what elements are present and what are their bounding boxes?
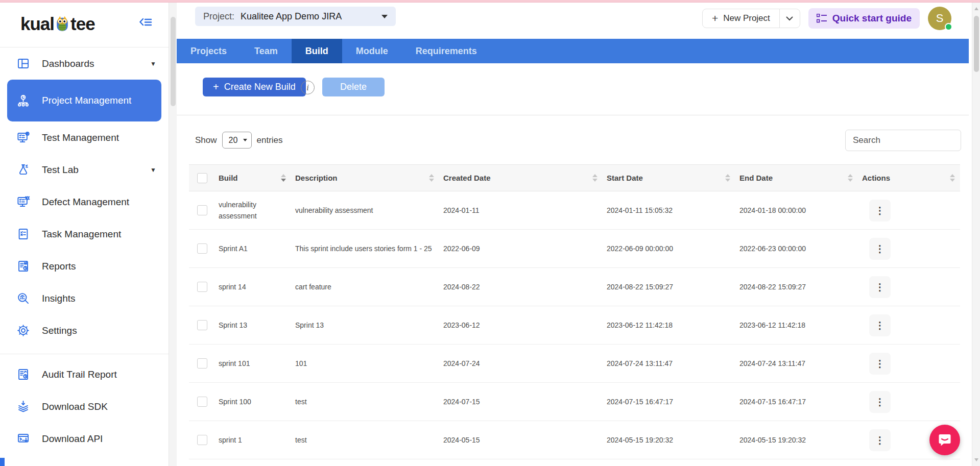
column-header-actions[interactable]: Actions (858, 165, 960, 191)
cell-description: 101 (291, 345, 439, 383)
sidebar-header: kual tee (0, 3, 169, 47)
project-selector[interactable]: Project: Kualitee App Demo JIRA (195, 7, 396, 26)
row-checkbox[interactable] (197, 243, 207, 254)
sidebar-collapse-icon[interactable] (139, 16, 152, 30)
tab-module[interactable]: Module (342, 39, 402, 63)
audit-trail-icon (15, 367, 31, 382)
sidebar-item-task-management[interactable]: Task Management (0, 218, 169, 250)
show-entries-group: Show 20 entries (195, 132, 283, 149)
row-actions-menu-button[interactable]: ⋮ (869, 391, 891, 413)
page-size-select-wrap: 20 (222, 132, 252, 149)
cell-created-date: 2024-05-15 (439, 421, 603, 459)
kualitee-logo[interactable]: kual tee (20, 14, 95, 34)
row-actions-menu-button[interactable]: ⋮ (869, 238, 891, 260)
scroll-up-arrow-icon[interactable] (974, 7, 978, 10)
row-checkbox[interactable] (197, 320, 207, 330)
project-management-icon (15, 93, 31, 108)
tab-projects[interactable]: Projects (177, 39, 241, 63)
row-actions-menu-button[interactable]: ⋮ (869, 276, 891, 298)
project-selector-value: Kualitee App Demo JIRA (241, 11, 342, 22)
reports-icon (15, 259, 31, 274)
select-all-checkbox[interactable] (197, 173, 207, 183)
main-area: Project: Kualitee App Demo JIRA + New Pr… (177, 3, 969, 466)
sidebar-item-label: Download API (42, 433, 103, 445)
tab-build[interactable]: Build (292, 39, 342, 63)
sidebar-item-label: Download SDK (42, 401, 108, 413)
chat-launcher-button[interactable] (929, 425, 960, 455)
owl-logo-icon (55, 15, 70, 34)
builds-table-zone: BuildDescriptionCreated DateStart DateEn… (177, 164, 969, 459)
row-checkbox[interactable] (197, 397, 207, 407)
new-project-button[interactable]: + New Project (703, 9, 779, 28)
task-management-icon (15, 227, 31, 242)
row-checkbox[interactable] (197, 358, 207, 369)
cell-start-date: 2024-07-15 16:47:17 (603, 383, 735, 421)
sidebar-item-download-sdk[interactable]: Download SDK (0, 390, 169, 423)
column-label: Created Date (443, 174, 491, 182)
plus-icon: + (213, 81, 219, 93)
row-checkbox[interactable] (197, 205, 207, 215)
cell-end-date: 2022-06-23 00:00:00 (735, 230, 858, 268)
column-header-created-date[interactable]: Created Date (439, 165, 603, 191)
column-header-build[interactable]: Build (214, 165, 291, 191)
cell-description: Sprint 13 (291, 306, 439, 345)
cell-build: sprint 1 (214, 421, 291, 459)
column-label: Build (219, 174, 238, 182)
chat-bubble-icon (937, 432, 952, 448)
sidebar-divider (0, 354, 169, 354)
sidebar-item-test-management[interactable]: Test Management (0, 121, 169, 154)
sidebar-item-project-management[interactable]: Project Management (7, 80, 161, 121)
sidebar-scrollbar[interactable] (169, 3, 177, 466)
row-checkbox[interactable] (197, 282, 207, 292)
test-lab-icon (15, 162, 31, 178)
column-header-description[interactable]: Description (291, 165, 439, 191)
sidebar-item-test-lab[interactable]: Test Lab▼ (0, 154, 169, 186)
tab-team[interactable]: Team (241, 39, 292, 63)
row-actions-menu-button[interactable]: ⋮ (869, 353, 891, 375)
user-avatar[interactable]: S (928, 7, 951, 30)
cell-start-date: 2022-06-09 00:00:00 (603, 230, 735, 268)
table-row: sprint 1011012024-07-242024-07-24 13:11:… (189, 345, 960, 383)
sidebar-item-label: Settings (42, 325, 77, 337)
download-sdk-icon (15, 399, 31, 414)
tab-requirements[interactable]: Requirements (402, 39, 491, 63)
info-icon[interactable]: i (301, 81, 315, 94)
sidebar-item-download-api[interactable]: Download API (0, 423, 169, 455)
sidebar: kual tee (0, 3, 169, 466)
column-header-start-date[interactable]: Start Date (603, 165, 735, 191)
cell-description: cart feature (291, 268, 439, 306)
scroll-down-arrow-icon[interactable] (974, 458, 978, 461)
sidebar-item-defect-management[interactable]: Defect Management (0, 186, 169, 218)
row-actions-menu-button[interactable]: ⋮ (869, 314, 891, 336)
build-toolbar: + Create New Build i Delete (177, 63, 969, 115)
cell-start-date: 2024-08-22 15:09:27 (603, 268, 735, 306)
main-scrollbar[interactable] (972, 3, 980, 466)
sidebar-item-reports[interactable]: Reports (0, 250, 169, 282)
cell-end-date: 2024-07-24 13:11:47 (735, 345, 858, 383)
sidebar-item-audit-trail-report[interactable]: Audit Trail Report (0, 358, 169, 390)
row-actions-menu-button[interactable]: ⋮ (869, 200, 891, 222)
sidebar-item-settings[interactable]: Settings (0, 314, 169, 347)
sidebar-nav: Dashboards▼Project ManagementTest Manage… (0, 47, 169, 455)
cell-created-date: 2024-07-24 (439, 345, 603, 383)
cell-description: vulnerability assessment (291, 191, 439, 230)
quick-start-guide-button[interactable]: Quick start guide (808, 8, 920, 29)
create-new-build-button[interactable]: + Create New Build (203, 78, 306, 96)
table-row: Sprint 100test2024-07-152024-07-15 16:47… (189, 383, 960, 421)
search-input[interactable] (845, 130, 961, 151)
settings-icon (15, 323, 31, 338)
delete-button[interactable]: Delete (322, 78, 385, 96)
new-project-dropdown-button[interactable] (779, 9, 800, 28)
main-scrollbar-thumb[interactable] (974, 16, 979, 72)
checklist-icon (817, 14, 827, 23)
page-size-select[interactable]: 20 (222, 132, 252, 149)
row-checkbox[interactable] (197, 435, 207, 445)
sidebar-item-dashboards[interactable]: Dashboards▼ (0, 47, 169, 80)
info-glyph: i (306, 83, 308, 92)
sidebar-item-label: Audit Trail Report (42, 369, 117, 381)
column-header-end-date[interactable]: End Date (735, 165, 858, 191)
topbar: Project: Kualitee App Demo JIRA + New Pr… (177, 3, 969, 39)
sidebar-scrollbar-thumb[interactable] (171, 17, 176, 106)
sidebar-item-insights[interactable]: Insights (0, 282, 169, 314)
row-actions-menu-button[interactable]: ⋮ (869, 429, 891, 451)
